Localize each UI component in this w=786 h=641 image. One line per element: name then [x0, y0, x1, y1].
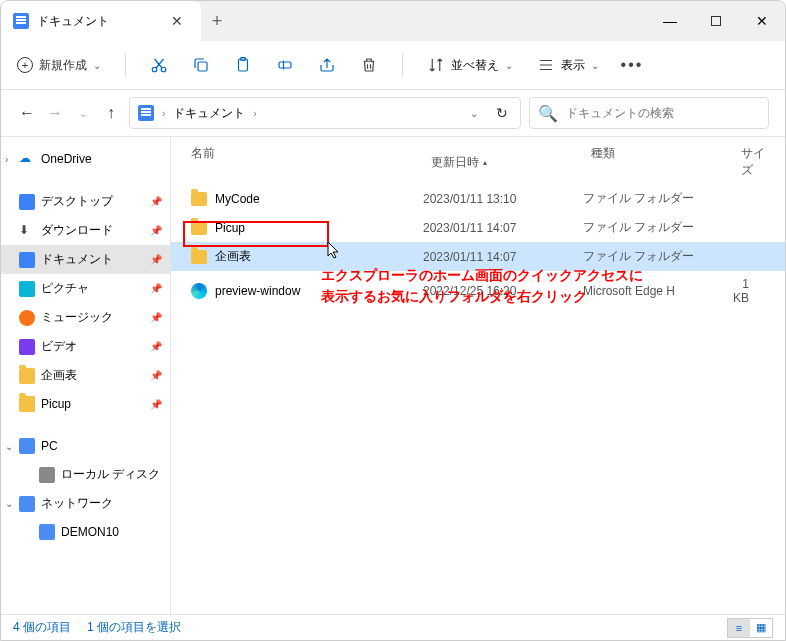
rename-icon[interactable]	[276, 56, 294, 74]
recent-chevron-icon[interactable]: ⌄	[73, 108, 93, 119]
pc-icon	[19, 438, 35, 454]
sidebar-item-music[interactable]: ミュージック📌	[1, 303, 170, 332]
sidebar-item-onedrive[interactable]: › ☁ OneDrive	[1, 145, 170, 173]
search-box[interactable]: 🔍	[529, 97, 769, 129]
download-icon: ⬇	[19, 223, 35, 239]
column-name[interactable]: 名前	[191, 145, 431, 179]
close-button[interactable]: ✕	[739, 1, 785, 41]
delete-icon[interactable]	[360, 56, 378, 74]
sidebar-item-desktop[interactable]: デスクトップ📌	[1, 187, 170, 216]
chevron-right-icon: ›	[162, 108, 165, 119]
view-button[interactable]: 表示 ⌄	[537, 56, 599, 74]
sidebar-item-documents[interactable]: ドキュメント📌	[1, 245, 170, 274]
view-mode-toggle: ≡ ▦	[727, 618, 773, 638]
document-icon	[138, 105, 154, 121]
pin-icon: 📌	[150, 312, 162, 323]
sidebar-item-localdisk[interactable]: ローカル ディスク	[1, 460, 170, 489]
back-button[interactable]: ←	[17, 104, 37, 122]
sidebar-item-pictures[interactable]: ピクチャ📌	[1, 274, 170, 303]
navigation-bar: ← → ⌄ ↑ › ドキュメント › ⌄ ↻ 🔍	[1, 89, 785, 137]
folder-icon	[191, 192, 207, 206]
plus-icon: +	[17, 57, 33, 73]
folder-icon	[191, 250, 207, 264]
network-icon	[19, 496, 35, 512]
chevron-down-icon[interactable]: ⌄	[5, 441, 13, 452]
column-date[interactable]: 更新日時▴	[431, 145, 591, 179]
pin-icon: 📌	[150, 196, 162, 207]
status-bar: 4 個の項目 1 個の項目を選択 ≡ ▦	[1, 614, 785, 640]
address-dropdown-button[interactable]: ⌄	[464, 108, 484, 119]
chevron-down-icon: ⌄	[591, 60, 599, 71]
copy-icon[interactable]	[192, 56, 210, 74]
toolbar: + 新規作成 ⌄ 並べ替え ⌄ 表示 ⌄ •••	[1, 41, 785, 89]
table-row[interactable]: MyCode 2023/01/11 13:10 ファイル フォルダー	[171, 184, 785, 213]
details-view-button[interactable]: ≡	[728, 619, 750, 637]
desktop-icon	[19, 194, 35, 210]
computer-icon	[39, 524, 55, 540]
breadcrumb-current[interactable]: ドキュメント	[173, 105, 245, 122]
new-button[interactable]: + 新規作成 ⌄	[17, 57, 101, 74]
view-icon	[537, 56, 555, 74]
annotation-text: エクスプローラのホーム画面のクイックアクセスに 表示するお気に入りフォルダを右ク…	[321, 265, 643, 307]
window-controls: — ✕	[647, 1, 785, 41]
sidebar-item-demon[interactable]: DEMON10	[1, 518, 170, 546]
edge-icon	[191, 283, 207, 299]
cut-icon[interactable]	[150, 56, 168, 74]
titlebar: ドキュメント ✕ + — ✕	[1, 1, 785, 41]
folder-icon	[191, 221, 207, 235]
tab-title: ドキュメント	[37, 13, 157, 30]
forward-button[interactable]: →	[45, 104, 65, 122]
maximize-button[interactable]	[693, 1, 739, 41]
music-icon	[19, 310, 35, 326]
chevron-right-icon: ›	[253, 108, 256, 119]
sidebar-item-picup[interactable]: Picup📌	[1, 390, 170, 418]
sort-button[interactable]: 並べ替え ⌄	[427, 56, 513, 74]
chevron-right-icon[interactable]: ›	[5, 154, 8, 165]
sidebar: › ☁ OneDrive デスクトップ📌 ⬇ダウンロード📌 ドキュメント📌 ピク…	[1, 137, 171, 616]
tab-close-button[interactable]: ✕	[165, 11, 189, 31]
status-selection-count: 1 個の項目を選択	[87, 619, 181, 636]
chevron-down-icon[interactable]: ⌄	[5, 498, 13, 509]
sidebar-item-pc[interactable]: ⌄PC	[1, 432, 170, 460]
cloud-icon: ☁	[19, 151, 35, 167]
pin-icon: 📌	[150, 341, 162, 352]
document-icon	[13, 13, 29, 29]
new-tab-button[interactable]: +	[201, 1, 233, 41]
address-bar[interactable]: › ドキュメント › ⌄ ↻	[129, 97, 521, 129]
pictures-icon	[19, 281, 35, 297]
icons-view-button[interactable]: ▦	[750, 619, 772, 637]
more-button[interactable]: •••	[623, 56, 641, 74]
sidebar-item-network[interactable]: ⌄ネットワーク	[1, 489, 170, 518]
sort-asc-icon: ▴	[483, 158, 487, 167]
refresh-button[interactable]: ↻	[492, 105, 512, 121]
column-headers: 名前 更新日時▴ 種類 サイズ	[171, 137, 785, 184]
file-list: 名前 更新日時▴ 種類 サイズ MyCode 2023/01/11 13:10 …	[171, 137, 785, 616]
minimize-button[interactable]: —	[647, 1, 693, 41]
pin-icon: 📌	[150, 225, 162, 236]
tab-documents[interactable]: ドキュメント ✕	[1, 1, 201, 41]
search-input[interactable]	[566, 106, 760, 120]
video-icon	[19, 339, 35, 355]
folder-icon	[19, 396, 35, 412]
search-icon: 🔍	[538, 104, 558, 123]
drive-icon	[39, 467, 55, 483]
sidebar-item-videos[interactable]: ビデオ📌	[1, 332, 170, 361]
up-button[interactable]: ↑	[101, 104, 121, 122]
folder-icon	[19, 368, 35, 384]
column-size[interactable]: サイズ	[741, 145, 765, 179]
paste-icon[interactable]	[234, 56, 252, 74]
sidebar-item-downloads[interactable]: ⬇ダウンロード📌	[1, 216, 170, 245]
column-type[interactable]: 種類	[591, 145, 741, 179]
pin-icon: 📌	[150, 254, 162, 265]
document-icon	[19, 252, 35, 268]
pin-icon: 📌	[150, 283, 162, 294]
share-icon[interactable]	[318, 56, 336, 74]
status-item-count: 4 個の項目	[13, 619, 71, 636]
chevron-down-icon: ⌄	[93, 60, 101, 71]
pin-icon: 📌	[150, 399, 162, 410]
sort-icon	[427, 56, 445, 74]
pin-icon: 📌	[150, 370, 162, 381]
svg-rect-5	[279, 62, 291, 68]
sidebar-item-kikaku[interactable]: 企画表📌	[1, 361, 170, 390]
table-row[interactable]: Picup 2023/01/11 14:07 ファイル フォルダー	[171, 213, 785, 242]
